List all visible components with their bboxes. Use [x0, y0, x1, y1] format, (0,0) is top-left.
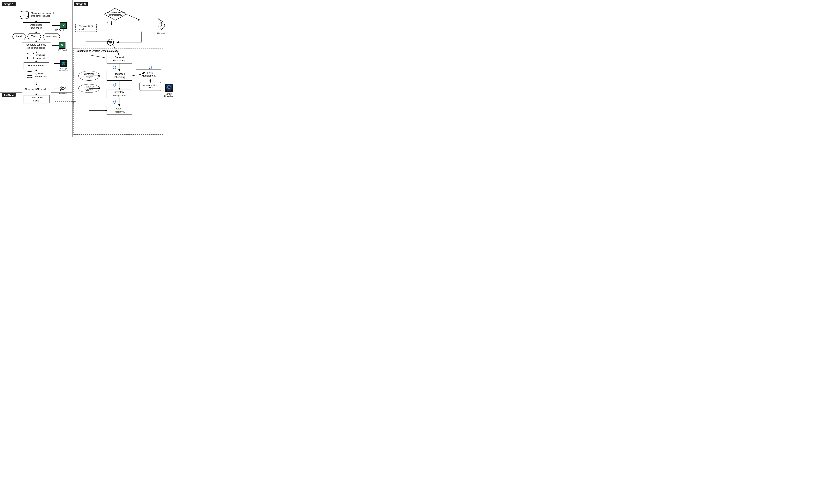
customer-orders-ellipse: CustomerOrders — [78, 84, 100, 93]
arrow1 — [36, 20, 36, 22]
heuristic-container: Heuristic — [156, 20, 167, 34]
anylogic-container: AnyLogicSimulation — [53, 60, 68, 72]
trained-rnn-box: Trained RNNmodel — [23, 96, 49, 103]
seasonality-hex: Seasonality — [43, 33, 60, 40]
svg-text:Use machine learning: Use machine learning — [106, 11, 125, 13]
generate-sales-row: Generate syntheticsales time-series ✕ MS… — [2, 42, 70, 51]
svg-text:Trend: Trend — [31, 35, 37, 38]
svg-point-15 — [27, 57, 34, 59]
arrow8 — [36, 93, 36, 95]
arrow2 — [36, 31, 36, 33]
db-returns-icon — [25, 71, 34, 79]
excel-label-2: MS Excel — [59, 49, 67, 51]
decompose-row: Decomposetime-series ✕ MS Excel — [2, 22, 70, 31]
svg-text:Level: Level — [16, 35, 22, 38]
svg-text:for forecasting?: for forecasting? — [109, 14, 122, 16]
svg-point-28 — [62, 89, 64, 90]
production-scheduling-box: ProductionScheduling — [107, 71, 132, 81]
synthetic-sales-row: Syntheticsales data — [26, 53, 46, 60]
svg-rect-18 — [63, 64, 64, 65]
acme-rules-box: Acme decisionrules — [139, 82, 161, 91]
svg-line-37 — [64, 88, 65, 89]
synthetic-returns-label: Syntheticreturns data — [35, 72, 47, 78]
generate-rnn-box: Generate RNN model — [22, 86, 51, 93]
excel-icon-2-container: ✕ MS Excel — [51, 42, 67, 51]
order-fulfillment-box: OrderFulfillment — [107, 106, 132, 115]
inventory-management-box: InventoryManagement — [107, 90, 132, 98]
anylogic-icon — [60, 60, 68, 67]
arrow6 — [36, 69, 36, 71]
arrow4 — [36, 51, 36, 53]
stage3-label: Stage 3 — [74, 2, 88, 6]
trained-rnn-dashed: Trained RNNmodel — [75, 24, 97, 32]
lts-row: Level Trend Seasonality — [12, 33, 60, 40]
svg-point-4 — [20, 16, 28, 19]
yes-label: Yes — [107, 21, 110, 24]
excel-line-2 — [52, 45, 59, 45]
trained-rnn-outer: Trained RNNmodel — [23, 95, 49, 103]
vensim-icon — [165, 84, 173, 93]
excel-label-1: MS Excel — [55, 29, 64, 31]
schematic-label: Schematic of System Dynamics Model — [77, 50, 119, 52]
demand-forecasting-box: DemandForecasting — [107, 55, 132, 64]
vensim-container: VensimSimulation — [164, 84, 174, 97]
excel-icon-2: ✕ — [59, 42, 66, 49]
db-mcompetition-label: M-competition seasonaltime-series instan… — [31, 11, 54, 17]
svg-line-36 — [64, 87, 65, 88]
svg-point-23 — [26, 76, 33, 78]
svg-point-29 — [65, 88, 66, 89]
keras-container: Keras API — [53, 85, 68, 95]
svg-text:Seasonality: Seasonality — [46, 35, 57, 37]
svg-point-24 — [60, 86, 61, 87]
arrow7 — [36, 82, 36, 85]
svg-line-45 — [161, 25, 162, 27]
excel-icon-1: ✕ — [60, 22, 67, 29]
blue-arrow-1: ↺ — [112, 65, 117, 71]
svg-point-27 — [62, 87, 64, 88]
circle-plus-icon: ⊕ — [107, 39, 114, 45]
svg-point-41 — [160, 20, 163, 23]
anylogic-label: AnyLogicSimulation — [59, 68, 68, 72]
db-mcompetition-icon — [19, 11, 29, 20]
stage1-flow: M-competition seasonaltime-series instan… — [2, 10, 70, 103]
heuristic-icon — [156, 20, 167, 32]
blue-arrow-cap: ↺ — [148, 65, 152, 71]
db-mcompetition-row: M-competition seasonaltime-series instan… — [19, 11, 54, 20]
synthetic-sales-label: Syntheticsales data — [36, 53, 46, 59]
decompose-box: Decomposetime-series — [23, 22, 50, 31]
simulate-returns-row: Simulate returns — [2, 62, 70, 69]
svg-point-26 — [60, 89, 61, 91]
trend-hex: Trend — [27, 33, 41, 40]
capacity-management-box: CapacityManagement — [136, 70, 161, 79]
anylogic-line — [54, 63, 60, 64]
svg-line-53 — [126, 14, 140, 20]
keras-label: Keras API — [59, 92, 68, 95]
generate-sales-box: Generate syntheticsales time-series — [22, 42, 51, 51]
right-panel: Stage 3 Use machine learning for forecas… — [73, 0, 175, 137]
excel-icon-1-container: ✕ MS Excel — [52, 22, 67, 31]
blue-arrow-2: ↺ — [112, 82, 117, 88]
svg-line-44 — [161, 25, 161, 27]
arrow3 — [36, 40, 36, 42]
svg-rect-51 — [167, 89, 171, 91]
level-hex: Level — [12, 33, 26, 40]
heuristic-label: Heuristic — [157, 32, 166, 34]
stage1-label: Stage 1 — [2, 2, 16, 6]
stage2-label: Stage 2 — [2, 93, 16, 97]
simulate-returns-box: Simulate returns — [23, 62, 49, 69]
arrow5 — [36, 60, 36, 62]
vensim-label: VensimSimulation — [164, 93, 174, 97]
blue-arrow-3: ↺ — [112, 99, 117, 105]
generate-rnn-row: Generate RNN model — [2, 86, 70, 93]
left-panel: Stage 1 Stage 2 M-competition seasonalti… — [0, 0, 73, 137]
merge-circle: ⊕ — [107, 39, 114, 45]
synthetic-returns-row: Syntheticreturns data — [25, 71, 47, 79]
excel-line-1 — [52, 25, 60, 26]
decision-diamond-container: Use machine learning for forecasting? — [104, 7, 127, 22]
svg-point-25 — [60, 88, 61, 89]
main-diagram: Stage 1 Stage 2 M-competition seasonalti… — [0, 0, 175, 137]
customer-returns-ellipse: CustomerReturns — [78, 71, 100, 81]
keras-icon — [59, 85, 67, 92]
keras-line — [54, 88, 59, 89]
trained-rnn-box-container: Trained RNNmodel — [23, 95, 49, 103]
